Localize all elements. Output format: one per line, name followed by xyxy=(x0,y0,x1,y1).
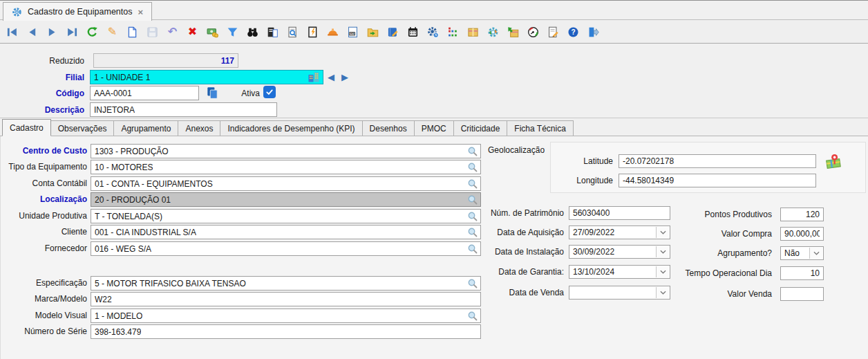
money-icon[interactable] xyxy=(202,23,223,42)
longitude-input[interactable]: -44.58014349 xyxy=(619,174,816,187)
document-lightning-icon[interactable] xyxy=(303,23,323,42)
fornecedor-label: Fornecedor xyxy=(1,241,87,256)
tab-pmoc[interactable]: PMOC xyxy=(414,120,454,136)
tab-cadastro[interactable]: Cadastro xyxy=(2,119,51,136)
marca-modelo-label: Marca/Modelo xyxy=(1,292,87,306)
localizacao-input[interactable]: 20 - PRODUÇÃO 01 xyxy=(91,192,481,207)
folder-export-icon[interactable] xyxy=(363,23,383,42)
delete-x-icon[interactable]: ✖ xyxy=(182,23,202,42)
descricao-input[interactable]: INJETORA xyxy=(90,102,277,117)
next-record-icon[interactable] xyxy=(42,23,62,42)
new-document-icon[interactable] xyxy=(122,23,142,42)
next-filial-icon[interactable]: ▶ xyxy=(341,70,348,84)
magnifier-icon[interactable] xyxy=(467,146,478,157)
tab-indicadores-kpi[interactable]: Indicadores de Desempenho (KPI) xyxy=(220,120,362,136)
data-instalacao-input[interactable]: 30/09/2022 xyxy=(569,245,670,259)
document-search-icon[interactable] xyxy=(283,23,303,42)
gear-clock-icon[interactable] xyxy=(423,23,443,42)
data-garantia-input[interactable]: 13/10/2024 xyxy=(569,265,670,279)
tempo-operacional-input[interactable]: 10 xyxy=(780,266,824,280)
tab-anexos[interactable]: Anexos xyxy=(178,120,220,136)
map-pin-icon[interactable] xyxy=(824,152,843,170)
marca-modelo-input[interactable]: W22 xyxy=(91,292,481,306)
window-tab-title: Cadastro de Equipamentos xyxy=(28,7,132,17)
tab-criticidade[interactable]: Criticidade xyxy=(453,120,508,136)
gauge-icon[interactable] xyxy=(523,23,543,42)
package-icon[interactable] xyxy=(463,23,483,42)
reduzido-label: Reduzido xyxy=(0,54,84,68)
his-document-icon[interactable]: HIS xyxy=(343,23,363,42)
agrupamento-select[interactable]: Não xyxy=(780,246,824,260)
ativa-checkbox[interactable] xyxy=(263,86,276,98)
previous-record-icon[interactable] xyxy=(22,23,42,42)
magnifier-icon[interactable] xyxy=(467,311,478,322)
cliente-input[interactable]: 001 - CIA INDUSTRIAL S/A xyxy=(91,225,481,239)
refresh-icon[interactable] xyxy=(82,23,102,42)
codigo-input[interactable]: AAA-0001 xyxy=(90,86,199,100)
tipo-equipamento-input[interactable]: 10 - MOTORES xyxy=(91,160,481,174)
undo-icon[interactable]: ↶ xyxy=(162,23,182,42)
agrupamento-label: Agrupamento? xyxy=(657,246,772,260)
colored-dots-icon[interactable] xyxy=(443,23,463,42)
numero-serie-input[interactable]: 398-163.479 xyxy=(91,324,481,339)
valor-compra-input[interactable]: 90.000,00 xyxy=(780,227,824,241)
exit-icon[interactable] xyxy=(583,23,603,42)
notebook-edit-icon[interactable] xyxy=(383,23,403,42)
centro-de-custo-label: Centro de Custo xyxy=(1,144,87,158)
valor-venda-input[interactable] xyxy=(780,287,824,301)
calendar-icon[interactable] xyxy=(403,23,423,42)
latitude-input[interactable]: -20.07202178 xyxy=(619,154,816,168)
centro-de-custo-input[interactable]: 1303 - PRODUÇÃO xyxy=(91,144,481,158)
fornecedor-input[interactable]: 016 - WEG S/A xyxy=(91,241,481,256)
filter-funnel-icon[interactable] xyxy=(223,23,243,42)
unidade-produtiva-input[interactable]: T - TONELADA(S) xyxy=(91,209,481,223)
edit-pencil-icon[interactable]: ✎ xyxy=(102,23,122,42)
toolbar: ✎↶✖HIS? xyxy=(0,21,868,44)
close-icon[interactable]: × xyxy=(138,7,143,17)
first-record-icon[interactable] xyxy=(2,23,22,42)
last-record-icon[interactable] xyxy=(62,23,82,42)
package-arrow-icon[interactable] xyxy=(503,23,523,42)
filial-label: Filial xyxy=(0,71,84,84)
codigo-label: Código xyxy=(0,86,84,100)
building-icon[interactable] xyxy=(308,71,321,83)
svg-text:HIS: HIS xyxy=(350,33,355,35)
filial-field[interactable]: 1 - UNIDADE 1 xyxy=(90,70,323,84)
magnifier-icon[interactable] xyxy=(467,178,478,190)
tab-agrupamento[interactable]: Agrupamento xyxy=(113,120,178,136)
chevron-down-icon[interactable] xyxy=(809,248,822,259)
modelo-visual-input[interactable]: 1 - MODELO xyxy=(91,309,481,323)
tab-observacoes[interactable]: Observações xyxy=(50,120,115,136)
cadastro-tab-panel: Centro de Custo 1303 - PRODUÇÃO Tipo da … xyxy=(0,136,868,359)
binoculars-icon[interactable] xyxy=(243,23,263,42)
ativa-label: Ativa xyxy=(205,86,260,100)
document-pencil-icon[interactable] xyxy=(543,23,563,42)
especificacao-label: Especificação xyxy=(1,276,87,291)
previous-filial-icon[interactable]: ◀ xyxy=(328,70,334,84)
hard-hat-icon[interactable] xyxy=(323,23,343,42)
window-tab[interactable]: Cadastro de Equipamentos × xyxy=(3,2,152,21)
patrimonio-input[interactable]: 56030400 xyxy=(569,206,670,220)
gear-sync-icon[interactable] xyxy=(483,23,503,42)
conta-contabil-input[interactable]: 01 - CONTA - EQUIPAMENTOS xyxy=(91,176,481,191)
tab-desenhos[interactable]: Desenhos xyxy=(362,120,415,136)
tab-ficha-tecnica[interactable]: Ficha Técnica xyxy=(507,120,573,136)
especificacao-input[interactable]: 5 - MOTOR TRIFASICO BAIXA TENSAO xyxy=(91,276,481,291)
data-venda-input[interactable] xyxy=(569,286,670,300)
magnifier-icon[interactable] xyxy=(467,211,478,222)
magnifier-icon[interactable] xyxy=(467,227,478,238)
unidade-produtiva-label: Unidade Produtiva xyxy=(1,209,87,223)
magnifier-icon[interactable] xyxy=(467,278,478,289)
magnifier-icon[interactable] xyxy=(467,243,478,255)
save-disk-icon[interactable] xyxy=(142,23,162,42)
magnifier-icon[interactable] xyxy=(467,194,478,205)
data-aquisicao-input[interactable]: 27/09/2022 xyxy=(569,225,670,239)
latitude-label: Latitude xyxy=(551,154,613,168)
conta-contabil-label: Conta Contábil xyxy=(1,176,87,191)
help-icon[interactable]: ? xyxy=(563,23,583,42)
magnifier-icon[interactable] xyxy=(467,162,478,173)
longitude-label: Longitude xyxy=(551,174,613,187)
valor-compra-label: Valor Compra xyxy=(657,227,772,241)
clipboard-page-icon[interactable] xyxy=(263,23,283,42)
pontos-produtivos-input[interactable]: 120 xyxy=(780,208,824,221)
